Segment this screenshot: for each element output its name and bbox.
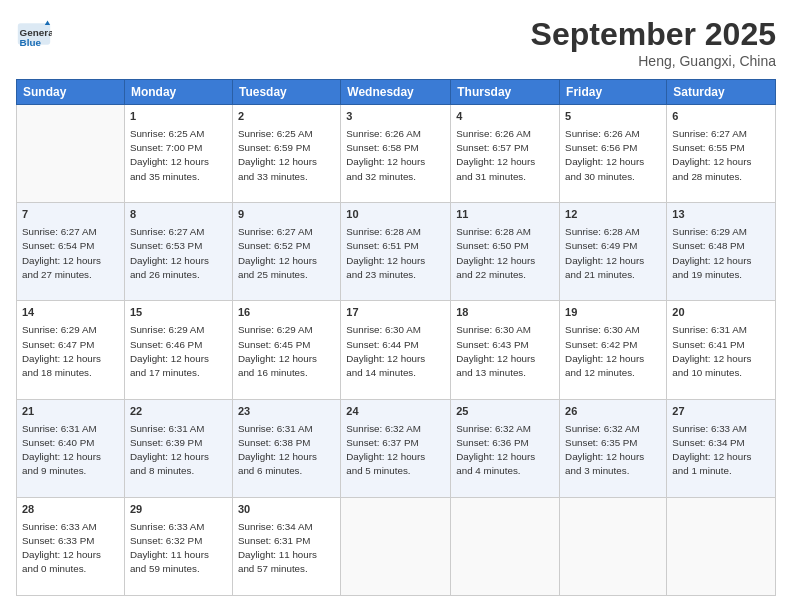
day-number: 9 (238, 207, 335, 223)
day-number: 30 (238, 502, 335, 518)
day-number: 8 (130, 207, 227, 223)
day-info: Sunrise: 6:27 AM Sunset: 6:52 PM Dayligh… (238, 225, 335, 282)
day-info: Sunrise: 6:27 AM Sunset: 6:55 PM Dayligh… (672, 127, 770, 184)
calendar-cell: 2Sunrise: 6:25 AM Sunset: 6:59 PM Daylig… (232, 105, 340, 203)
calendar-cell: 14Sunrise: 6:29 AM Sunset: 6:47 PM Dayli… (17, 301, 125, 399)
day-header-saturday: Saturday (667, 80, 776, 105)
calendar-cell: 9Sunrise: 6:27 AM Sunset: 6:52 PM Daylig… (232, 203, 340, 301)
day-info: Sunrise: 6:33 AM Sunset: 6:32 PM Dayligh… (130, 520, 227, 577)
day-number: 25 (456, 404, 554, 420)
calendar-header-row: SundayMondayTuesdayWednesdayThursdayFrid… (17, 80, 776, 105)
day-info: Sunrise: 6:34 AM Sunset: 6:31 PM Dayligh… (238, 520, 335, 577)
calendar-cell (451, 497, 560, 595)
title-section: September 2025 Heng, Guangxi, China (531, 16, 776, 69)
day-header-friday: Friday (560, 80, 667, 105)
day-info: Sunrise: 6:31 AM Sunset: 6:41 PM Dayligh… (672, 323, 770, 380)
day-number: 28 (22, 502, 119, 518)
calendar-cell: 23Sunrise: 6:31 AM Sunset: 6:38 PM Dayli… (232, 399, 340, 497)
calendar-cell: 24Sunrise: 6:32 AM Sunset: 6:37 PM Dayli… (341, 399, 451, 497)
day-number: 19 (565, 305, 661, 321)
svg-text:Blue: Blue (20, 37, 42, 48)
calendar-cell: 21Sunrise: 6:31 AM Sunset: 6:40 PM Dayli… (17, 399, 125, 497)
week-row-3: 14Sunrise: 6:29 AM Sunset: 6:47 PM Dayli… (17, 301, 776, 399)
calendar-cell (667, 497, 776, 595)
day-number: 5 (565, 109, 661, 125)
day-info: Sunrise: 6:27 AM Sunset: 6:53 PM Dayligh… (130, 225, 227, 282)
day-header-monday: Monday (124, 80, 232, 105)
day-info: Sunrise: 6:30 AM Sunset: 6:42 PM Dayligh… (565, 323, 661, 380)
day-info: Sunrise: 6:28 AM Sunset: 6:49 PM Dayligh… (565, 225, 661, 282)
day-number: 24 (346, 404, 445, 420)
week-row-5: 28Sunrise: 6:33 AM Sunset: 6:33 PM Dayli… (17, 497, 776, 595)
header: General Blue September 2025 Heng, Guangx… (16, 16, 776, 69)
day-number: 18 (456, 305, 554, 321)
day-number: 23 (238, 404, 335, 420)
day-info: Sunrise: 6:33 AM Sunset: 6:34 PM Dayligh… (672, 422, 770, 479)
day-info: Sunrise: 6:28 AM Sunset: 6:51 PM Dayligh… (346, 225, 445, 282)
calendar-cell: 29Sunrise: 6:33 AM Sunset: 6:32 PM Dayli… (124, 497, 232, 595)
day-number: 22 (130, 404, 227, 420)
calendar-cell: 7Sunrise: 6:27 AM Sunset: 6:54 PM Daylig… (17, 203, 125, 301)
calendar-cell: 4Sunrise: 6:26 AM Sunset: 6:57 PM Daylig… (451, 105, 560, 203)
calendar-cell: 27Sunrise: 6:33 AM Sunset: 6:34 PM Dayli… (667, 399, 776, 497)
day-number: 13 (672, 207, 770, 223)
calendar-page: General Blue September 2025 Heng, Guangx… (0, 0, 792, 612)
calendar-cell: 15Sunrise: 6:29 AM Sunset: 6:46 PM Dayli… (124, 301, 232, 399)
svg-marker-3 (45, 21, 50, 26)
day-number: 6 (672, 109, 770, 125)
day-info: Sunrise: 6:32 AM Sunset: 6:35 PM Dayligh… (565, 422, 661, 479)
day-info: Sunrise: 6:28 AM Sunset: 6:50 PM Dayligh… (456, 225, 554, 282)
day-info: Sunrise: 6:26 AM Sunset: 6:57 PM Dayligh… (456, 127, 554, 184)
day-number: 7 (22, 207, 119, 223)
calendar-cell: 22Sunrise: 6:31 AM Sunset: 6:39 PM Dayli… (124, 399, 232, 497)
day-info: Sunrise: 6:27 AM Sunset: 6:54 PM Dayligh… (22, 225, 119, 282)
calendar-cell: 1Sunrise: 6:25 AM Sunset: 7:00 PM Daylig… (124, 105, 232, 203)
calendar-cell: 17Sunrise: 6:30 AM Sunset: 6:44 PM Dayli… (341, 301, 451, 399)
day-number: 11 (456, 207, 554, 223)
calendar-cell: 30Sunrise: 6:34 AM Sunset: 6:31 PM Dayli… (232, 497, 340, 595)
day-info: Sunrise: 6:29 AM Sunset: 6:48 PM Dayligh… (672, 225, 770, 282)
day-number: 10 (346, 207, 445, 223)
day-info: Sunrise: 6:25 AM Sunset: 7:00 PM Dayligh… (130, 127, 227, 184)
day-info: Sunrise: 6:26 AM Sunset: 6:58 PM Dayligh… (346, 127, 445, 184)
day-header-thursday: Thursday (451, 80, 560, 105)
day-info: Sunrise: 6:31 AM Sunset: 6:40 PM Dayligh… (22, 422, 119, 479)
day-number: 12 (565, 207, 661, 223)
day-header-sunday: Sunday (17, 80, 125, 105)
calendar-cell: 20Sunrise: 6:31 AM Sunset: 6:41 PM Dayli… (667, 301, 776, 399)
day-info: Sunrise: 6:32 AM Sunset: 6:36 PM Dayligh… (456, 422, 554, 479)
day-info: Sunrise: 6:29 AM Sunset: 6:45 PM Dayligh… (238, 323, 335, 380)
calendar-cell (560, 497, 667, 595)
day-info: Sunrise: 6:29 AM Sunset: 6:47 PM Dayligh… (22, 323, 119, 380)
location: Heng, Guangxi, China (531, 53, 776, 69)
calendar-cell: 6Sunrise: 6:27 AM Sunset: 6:55 PM Daylig… (667, 105, 776, 203)
day-info: Sunrise: 6:31 AM Sunset: 6:38 PM Dayligh… (238, 422, 335, 479)
day-number: 21 (22, 404, 119, 420)
calendar-cell (341, 497, 451, 595)
day-info: Sunrise: 6:26 AM Sunset: 6:56 PM Dayligh… (565, 127, 661, 184)
day-header-wednesday: Wednesday (341, 80, 451, 105)
calendar-cell: 16Sunrise: 6:29 AM Sunset: 6:45 PM Dayli… (232, 301, 340, 399)
logo-icon: General Blue (16, 16, 52, 52)
calendar-cell: 8Sunrise: 6:27 AM Sunset: 6:53 PM Daylig… (124, 203, 232, 301)
day-number: 17 (346, 305, 445, 321)
month-title: September 2025 (531, 16, 776, 53)
day-number: 1 (130, 109, 227, 125)
day-info: Sunrise: 6:32 AM Sunset: 6:37 PM Dayligh… (346, 422, 445, 479)
day-number: 27 (672, 404, 770, 420)
day-info: Sunrise: 6:33 AM Sunset: 6:33 PM Dayligh… (22, 520, 119, 577)
calendar-table: SundayMondayTuesdayWednesdayThursdayFrid… (16, 79, 776, 596)
day-number: 20 (672, 305, 770, 321)
day-number: 26 (565, 404, 661, 420)
day-info: Sunrise: 6:31 AM Sunset: 6:39 PM Dayligh… (130, 422, 227, 479)
calendar-cell: 3Sunrise: 6:26 AM Sunset: 6:58 PM Daylig… (341, 105, 451, 203)
day-number: 4 (456, 109, 554, 125)
week-row-2: 7Sunrise: 6:27 AM Sunset: 6:54 PM Daylig… (17, 203, 776, 301)
day-number: 3 (346, 109, 445, 125)
calendar-cell (17, 105, 125, 203)
day-number: 15 (130, 305, 227, 321)
calendar-cell: 26Sunrise: 6:32 AM Sunset: 6:35 PM Dayli… (560, 399, 667, 497)
day-info: Sunrise: 6:30 AM Sunset: 6:44 PM Dayligh… (346, 323, 445, 380)
day-number: 14 (22, 305, 119, 321)
calendar-cell: 5Sunrise: 6:26 AM Sunset: 6:56 PM Daylig… (560, 105, 667, 203)
